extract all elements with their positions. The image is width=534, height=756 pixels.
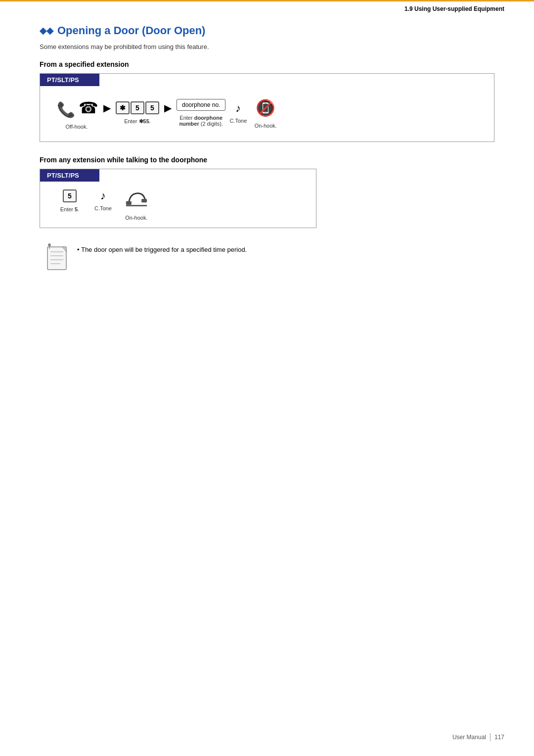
enter-5-label: Enter 5. [60, 206, 80, 212]
footer: User Manual 117 [452, 733, 504, 741]
ctone-label-1: C.Tone [229, 118, 247, 124]
ctone-icon-1: ♪ [235, 102, 241, 115]
key-5a: 5 [131, 101, 144, 114]
section-header: 1.9 Using User-supplied Equipment [0, 0, 534, 14]
note-icon [44, 243, 70, 274]
svg-rect-4 [141, 199, 147, 202]
step-doorphone: doorphone no. Enter doorphonenumber (2 d… [177, 99, 225, 127]
onhook-icon-1: 📵 ☎ [256, 97, 275, 119]
svg-text:📞: 📞 [57, 101, 76, 119]
offhook-label: Off-hook. [65, 124, 88, 130]
page-title: ◆◆ Opening a Door (Door Open) [40, 24, 494, 37]
note-section: • The door open will be triggered for a … [40, 242, 494, 274]
diagram1-header: PT/SLT/PS [40, 74, 99, 86]
key-5-single: 5 [63, 189, 77, 202]
ctone-group-1: ♪ C.Tone [229, 102, 247, 124]
onhook-icon-2 [125, 189, 148, 211]
footer-label: User Manual [452, 734, 486, 741]
step-enter-5: 5 Enter 5. [55, 189, 85, 212]
diagram2-header: PT/SLT/PS [40, 169, 99, 182]
enter-star55-label: Enter ✱55. [124, 118, 151, 125]
key-star: ✱ [116, 101, 130, 114]
diagram-box-2: PT/SLT/PS 5 Enter 5. ♪ C.Tone [40, 169, 316, 228]
section-title: 1.9 Using User-supplied Equipment [404, 5, 504, 12]
section2-heading: From any extension while talking to the … [40, 156, 494, 164]
arrow2: ▶ [164, 102, 172, 124]
key-5b: 5 [145, 101, 159, 114]
onhook-label-2: On-hook. [125, 215, 147, 221]
footer-page: 117 [494, 734, 504, 741]
page-title-text: Opening a Door (Door Open) [57, 24, 205, 37]
step-onhook-2: On-hook. [122, 189, 151, 221]
subtitle: Some extensions may be prohibited from u… [40, 43, 494, 50]
svg-rect-3 [126, 201, 132, 205]
offhook-icon: 📞 ☎ [55, 96, 98, 120]
diamond-icons: ◆◆ [40, 25, 53, 36]
key-box-5: 5 [63, 189, 77, 202]
key-box-star55: ✱ 5 5 [116, 101, 159, 114]
doorphone-label: Enter doorphonenumber (2 digits). [179, 115, 223, 127]
diagram2-body: 5 Enter 5. ♪ C.Tone [40, 182, 316, 228]
footer-divider [490, 733, 490, 741]
onhook-label-1: On-hook. [255, 123, 277, 129]
step-enter-star55: ✱ 5 5 Enter ✱55. [116, 101, 159, 125]
arrow1: ▶ [103, 102, 111, 124]
svg-rect-6 [47, 247, 66, 270]
note-text: • The door open will be triggered for a … [77, 242, 247, 255]
diagram1-body: 📞 ☎ Off-hook. ▶ ✱ 5 5 Enter ✱55. [40, 86, 494, 142]
ctone-label-2: C.Tone [94, 205, 112, 211]
step-onhook-1: 📵 ☎ On-hook. [251, 97, 280, 129]
diagram-box-1: PT/SLT/PS 📞 ☎ Off-hook. ▶ [40, 73, 494, 142]
ctone-group-2: ♪ C.Tone [94, 189, 112, 211]
doorphone-box: doorphone no. [177, 99, 225, 111]
step-offhook: 📞 ☎ Off-hook. [55, 96, 98, 130]
ctone-icon-2: ♪ [100, 189, 106, 202]
section1-heading: From a specified extension [40, 60, 494, 68]
